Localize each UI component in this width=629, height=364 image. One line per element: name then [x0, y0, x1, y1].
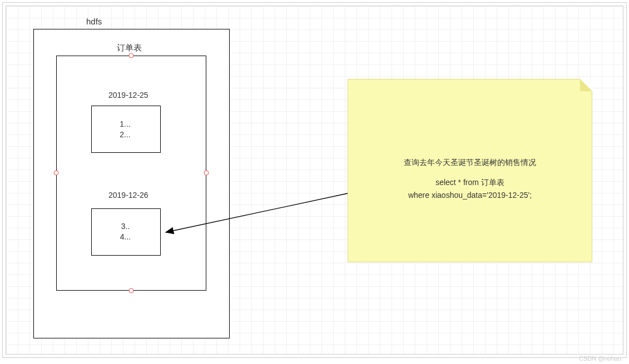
note-sql-line1: select * from 订单表	[348, 176, 592, 188]
partition1-date: 2019-12-25	[108, 91, 148, 99]
partition1-content: 1... 2...	[117, 119, 133, 140]
partition2-date: 2019-12-26	[108, 191, 148, 200]
selection-handle-right[interactable]	[204, 171, 209, 176]
partition1-line1: 1...	[120, 119, 130, 128]
partition2-line1: 3..	[121, 222, 130, 231]
note-fold-icon	[580, 79, 592, 91]
watermark: CSDN @nuhao	[579, 355, 621, 362]
selection-handle-bottom[interactable]	[129, 288, 134, 293]
note-sql-line2: where xiaoshou_data='2019-12-25';	[348, 189, 592, 201]
note-title: 查询去年今天圣诞节圣诞树的销售情况	[348, 156, 592, 168]
partition2-content: 3.. 4...	[116, 221, 135, 242]
sticky-note[interactable]: 查询去年今天圣诞节圣诞树的销售情况 select * from 订单表 wher…	[348, 79, 592, 262]
hdfs-label: hdfs	[86, 17, 102, 26]
note-content: 查询去年今天圣诞节圣诞树的销售情况 select * from 订单表 wher…	[348, 156, 592, 201]
order-table-label: 订单表	[117, 43, 142, 53]
partition2-line2: 4...	[120, 232, 131, 241]
selection-handle-left[interactable]	[54, 171, 59, 176]
selection-handle-top[interactable]	[129, 53, 134, 58]
partition1-line2: 2...	[120, 130, 130, 139]
